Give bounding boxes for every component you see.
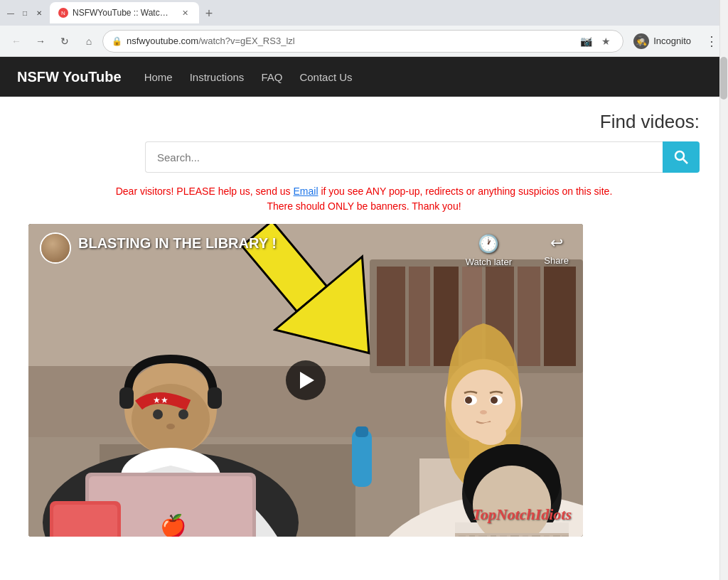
play-button[interactable] — [286, 360, 326, 400]
svg-rect-52 — [510, 535, 519, 537]
lock-icon: 🔒 — [112, 36, 122, 46]
scrollbar-thumb[interactable] — [720, 57, 727, 100]
svg-point-20 — [153, 409, 163, 419]
video-avatar — [40, 232, 71, 264]
svg-rect-17 — [119, 387, 134, 409]
svg-text:★★: ★★ — [153, 395, 168, 405]
svg-rect-54 — [532, 535, 540, 537]
nav-contact[interactable]: Contact Us — [299, 71, 352, 83]
svg-rect-5 — [377, 267, 405, 366]
svg-rect-51 — [500, 535, 507, 537]
search-icon — [674, 150, 688, 164]
tab-favicon: N — [58, 8, 68, 18]
incognito-button[interactable]: 🕵 Incognito — [626, 31, 698, 52]
nav-instructions[interactable]: Instructions — [190, 71, 245, 83]
watch-later-button[interactable]: 🕐 Watch later — [466, 234, 512, 267]
svg-rect-49 — [478, 535, 487, 537]
home-button[interactable]: ⌂ — [78, 31, 100, 52]
webpage: NSFW YouTube Home Instructions FAQ Conta… — [0, 57, 728, 580]
notice-line1-post: if you see ANY pop-up, redirects or anyt… — [318, 186, 613, 197]
search-bar — [145, 141, 700, 173]
svg-rect-18 — [208, 387, 222, 409]
svg-rect-6 — [409, 267, 430, 366]
search-input[interactable] — [145, 141, 663, 173]
find-videos-label: Find videos: — [600, 111, 700, 133]
reload-button[interactable]: ↻ — [54, 31, 75, 52]
site-nav: Home Instructions FAQ Contact Us — [144, 71, 353, 83]
svg-rect-11 — [544, 267, 576, 366]
notice-text: Dear visitors! PLEASE help us, send us E… — [28, 184, 700, 214]
svg-point-40 — [475, 422, 506, 445]
svg-rect-55 — [544, 535, 550, 537]
svg-point-21 — [178, 409, 188, 419]
play-triangle-icon — [300, 372, 314, 389]
svg-point-0 — [675, 151, 684, 160]
close-button[interactable]: ✕ — [34, 8, 44, 18]
incognito-label: Incognito — [653, 36, 691, 46]
share-label: Share — [544, 255, 569, 266]
title-bar: — □ ✕ N NSFWYouTube :: Watch YouTube ✕ + — [0, 0, 728, 26]
camera-off-icon[interactable]: 📷̸ — [577, 33, 594, 50]
active-tab[interactable]: N NSFWYouTube :: Watch YouTube ✕ — [50, 2, 199, 23]
minimize-button[interactable]: — — [6, 8, 16, 18]
url-path: /watch?v=gEX_RS3_lzl — [198, 36, 295, 46]
maximize-button[interactable]: □ — [20, 8, 30, 18]
nav-home[interactable]: Home — [144, 71, 173, 83]
find-videos-section: Find videos: — [28, 111, 700, 173]
svg-rect-53 — [523, 535, 528, 537]
new-tab-button[interactable]: + — [199, 4, 219, 23]
svg-rect-47 — [459, 535, 466, 537]
share-icon: ↩ — [550, 234, 563, 252]
svg-rect-28 — [53, 505, 117, 537]
nav-faq[interactable]: FAQ — [261, 71, 282, 83]
back-button[interactable]: ← — [6, 31, 27, 52]
forward-button[interactable]: → — [30, 31, 51, 52]
share-button[interactable]: ↩ Share — [544, 234, 569, 266]
svg-point-36 — [465, 397, 472, 404]
notice-line1-pre: Dear visitors! PLEASE help us, send us — [116, 186, 294, 197]
search-button[interactable] — [663, 141, 700, 173]
toolbar-right: 🕵 Incognito ⋮ — [626, 31, 722, 52]
url-bar-icons: 📷̸ ★ — [577, 33, 614, 50]
tab-close-button[interactable]: ✕ — [179, 7, 191, 18]
site-header: NSFW YouTube Home Instructions FAQ Conta… — [0, 57, 728, 97]
watch-later-label: Watch later — [466, 257, 512, 267]
site-logo: NSFW YouTube — [17, 69, 122, 85]
svg-text:🍎: 🍎 — [160, 513, 187, 537]
notice-email-link[interactable]: Email — [294, 186, 318, 197]
url-base: nsfwyoutube.com — [127, 36, 198, 46]
svg-rect-30 — [355, 426, 368, 437]
video-container[interactable]: ★★ 🍎 — [28, 224, 583, 537]
svg-point-38 — [491, 397, 498, 404]
video-title: BLASTING IN THE LIBRARY ! — [78, 235, 277, 252]
tab-title: NSFWYouTube :: Watch YouTube — [73, 8, 172, 18]
notice-line2: There should ONLY be banners. Thank you! — [267, 200, 461, 212]
svg-point-22 — [166, 424, 175, 429]
watermark: TopNotchIdiots — [472, 505, 572, 524]
svg-rect-50 — [491, 535, 496, 537]
watch-later-icon: 🕐 — [478, 234, 499, 254]
window-controls: — □ ✕ — [6, 8, 44, 18]
bookmark-icon[interactable]: ★ — [597, 33, 614, 50]
svg-rect-29 — [352, 430, 372, 487]
content-area: Find videos: Dear visitors! PLEASE help … — [0, 97, 728, 580]
svg-line-1 — [683, 159, 687, 163]
svg-rect-57 — [562, 535, 569, 537]
svg-rect-56 — [553, 535, 560, 537]
address-bar: ← → ↻ ⌂ 🔒 nsfwyoutube.com/watch?v=gEX_RS… — [0, 26, 728, 57]
svg-point-39 — [480, 410, 487, 414]
tab-bar: N NSFWYouTube :: Watch YouTube ✕ + — [50, 2, 722, 23]
svg-rect-10 — [518, 267, 540, 366]
incognito-icon: 🕵 — [633, 33, 649, 49]
url-bar[interactable]: 🔒 nsfwyoutube.com/watch?v=gEX_RS3_lzl 📷̸… — [102, 30, 623, 53]
video-scene: ★★ 🍎 — [28, 224, 583, 537]
scrollbar[interactable] — [719, 0, 728, 580]
svg-rect-48 — [469, 535, 475, 537]
url-text: nsfwyoutube.com/watch?v=gEX_RS3_lzl — [127, 36, 573, 46]
